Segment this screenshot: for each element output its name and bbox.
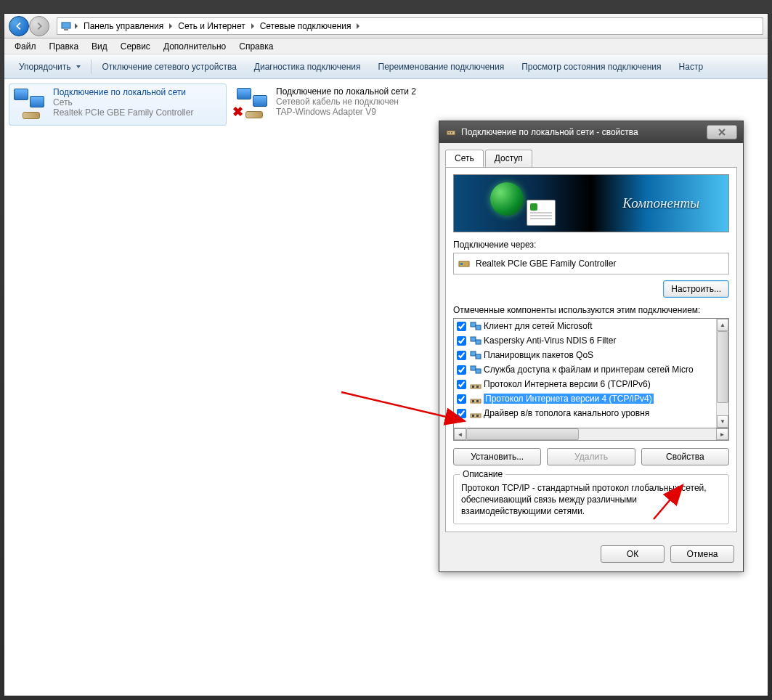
svg-rect-7 [471,322,476,327]
nav-header: Панель управления Сеть и Интернет Сетевы… [4,14,768,38]
nav-forward-button[interactable] [29,16,49,36]
svg-rect-8 [476,325,481,330]
tab-access[interactable]: Доступ [485,150,532,167]
tool-organize[interactable]: Упорядочить [10,54,89,78]
horizontal-scrollbar[interactable]: ◄ ► [453,428,729,441]
configure-button[interactable]: Настроить... [663,280,729,298]
svg-rect-16 [472,386,474,388]
connection-text: Подключение по локальной сети Сеть Realt… [53,87,193,118]
breadcrumb-network-connections[interactable]: Сетевые подключения [257,21,354,31]
menu-help[interactable]: Справка [233,40,279,53]
checklist-icon [527,200,556,226]
menu-view[interactable]: Вид [86,40,113,53]
component-row[interactable]: Драйвер в/в тополога канального уровня [454,406,716,420]
dialog-body: Сеть Доступ Компоненты Подключение через… [439,143,743,538]
menu-service[interactable]: Сервис [115,40,156,53]
connection-device: Realtek PCIe GBE Family Controller [53,107,193,118]
computer-icon [60,20,72,32]
properties-button[interactable]: Свойства [641,448,729,465]
install-button[interactable]: Установить... [453,448,541,465]
vertical-scrollbar[interactable]: ▲ ▼ [716,319,728,428]
component-checkbox[interactable] [457,351,466,360]
ok-button[interactable]: ОК [601,545,665,563]
banner-text: Компоненты [622,195,699,211]
components-banner: Компоненты [453,174,729,232]
adapter-box[interactable]: Realtek PCIe GBE Family Controller [453,253,729,274]
component-checkbox[interactable] [457,380,466,389]
tab-panel: Компоненты Подключение через: Realtek PC… [445,167,737,532]
protocol-icon [470,394,482,404]
dialog-footer: ОК Отмена [439,538,743,571]
dialog-titlebar[interactable]: Подключение по локальной сети - свойства [439,121,743,143]
scroll-thumb[interactable] [466,428,579,440]
remove-button[interactable]: Удалить [547,448,635,465]
menu-extra[interactable]: Дополнительно [158,40,232,53]
svg-rect-4 [451,132,452,134]
component-label: Kaspersky Anti-Virus NDIS 6 Filter [484,335,617,346]
tool-settings[interactable]: Настр [670,54,712,78]
connection-device: TAP-Windows Adapter V9 [276,107,416,117]
menu-bar: Файл Правка Вид Сервис Дополнительно Спр… [4,38,768,54]
component-checkbox[interactable] [457,365,466,375]
network-icon: ✖ [235,86,270,121]
connection-text: Подключение по локальной сети 2 Сетевой … [276,86,416,117]
component-label: Протокол Интернета версии 6 (TCP/IPv6) [484,379,651,389]
component-row[interactable]: Клиент для сетей Microsoft [454,319,716,333]
component-row[interactable]: Протокол Интернета версии 6 (TCP/IPv6) [454,377,716,391]
connection-name: Подключение по локальной сети 2 [276,86,416,97]
network-adapter-icon [445,126,457,138]
component-row[interactable]: Служба доступа к файлам и принтерам сете… [454,362,716,377]
dialog-title-text: Подключение по локальной сети - свойства [461,127,702,137]
svg-rect-13 [471,366,476,370]
menu-file[interactable]: Файл [9,40,42,53]
toolbar: Упорядочить Отключение сетевого устройст… [4,54,768,79]
component-checkbox[interactable] [457,322,466,331]
connection-status: Сеть [53,97,193,107]
client-icon [470,365,482,375]
connection-status: Сетевой кабель не подключен [276,97,416,107]
tool-disable-device[interactable]: Отключение сетевого устройства [93,54,245,78]
component-label: Служба доступа к файлам и принтерам сете… [484,365,694,375]
client-icon [470,335,482,346]
scroll-thumb[interactable] [717,331,728,403]
svg-rect-6 [460,263,463,265]
tool-diagnose[interactable]: Диагностика подключения [245,54,370,78]
component-label: Драйвер в/в тополога канального уровня [484,408,649,418]
connection-item-lan1[interactable]: Подключение по локальной сети Сеть Realt… [9,84,227,126]
adapter-name: Realtek PCIe GBE Family Controller [476,259,616,269]
nav-back-button[interactable] [9,16,29,36]
cancel-button[interactable]: Отмена [670,545,734,563]
scroll-left-icon[interactable]: ◄ [454,428,466,440]
svg-rect-19 [472,400,474,402]
scroll-right-icon[interactable]: ► [716,428,728,440]
connection-item-lan2[interactable]: ✖ Подключение по локальной сети 2 Сетево… [232,84,450,124]
component-row[interactable]: Kaspersky Anti-Virus NDIS 6 Filter [454,333,716,348]
component-checkbox[interactable] [457,409,466,418]
component-label: Клиент для сетей Microsoft [484,321,593,331]
components-list: Клиент для сетей MicrosoftKaspersky Anti… [453,318,729,428]
connection-name: Подключение по локальной сети [53,87,193,97]
menu-edit[interactable]: Правка [44,40,85,53]
breadcrumb[interactable]: Панель управления Сеть и Интернет Сетевы… [57,17,763,35]
component-checkbox[interactable] [457,336,466,346]
breadcrumb-network-internet[interactable]: Сеть и Интернет [175,21,248,31]
scroll-down-icon[interactable]: ▼ [717,415,728,428]
component-row[interactable]: Планировщик пакетов QoS [454,348,716,362]
svg-rect-23 [476,415,479,417]
description-legend: Описание [460,469,505,479]
tab-network[interactable]: Сеть [445,150,484,167]
tool-rename[interactable]: Переименование подключения [370,54,513,78]
component-row[interactable]: Протокол Интернета версии 4 (TCP/IPv4) [454,391,716,406]
component-label: Протокол Интернета версии 4 (TCP/IPv4) [484,394,654,404]
description-group: Описание Протокол TCP/IP - стандартный п… [453,474,729,524]
svg-rect-1 [64,29,68,30]
scroll-up-icon[interactable]: ▲ [717,319,728,331]
component-checkbox[interactable] [457,394,466,404]
tool-view-status[interactable]: Просмотр состояния подключения [513,54,670,78]
components-label: Отмеченные компоненты используются этим … [453,305,729,315]
breadcrumb-control-panel[interactable]: Панель управления [81,21,166,31]
dialog-close-button[interactable] [707,125,737,139]
component-label: Планировщик пакетов QoS [484,350,593,360]
svg-rect-10 [476,340,481,344]
properties-dialog: Подключение по локальной сети - свойства… [439,121,744,572]
